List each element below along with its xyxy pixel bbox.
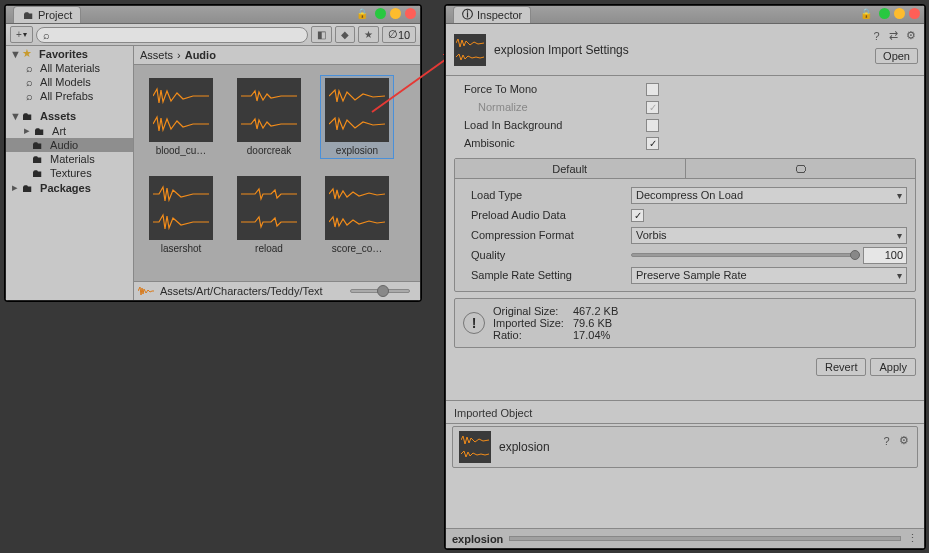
asset-item[interactable]: explosion [320,75,394,159]
waveform-icon [138,285,154,297]
load-in-bg-checkbox[interactable] [646,119,659,132]
inspector-title: explosion Import Settings [494,43,629,57]
thumbnail-size-slider[interactable] [350,289,410,293]
load-type-dropdown[interactable]: Decompress On Load [631,187,907,204]
status-path-text: Assets/Art/Characters/Teddy/Text [160,285,323,297]
filter-label-button[interactable]: ◆ [335,26,355,43]
gear-icon[interactable]: ⚙ [896,433,911,448]
search-icon: ⌕ [26,62,33,74]
asset-name: blood_cu… [149,145,213,156]
asset-item[interactable]: doorcreak [232,75,306,159]
chevron-right-icon: › [177,49,181,61]
quality-slider[interactable] [631,253,857,257]
asset-item[interactable]: blood_cu… [144,75,218,159]
folder-icon: 🖿 [22,9,34,21]
ambisonic-checkbox[interactable]: ✓ [646,137,659,150]
info-icon: ⓘ [462,7,473,22]
crumb-assets[interactable]: Assets [140,49,173,61]
asset-thumbnail [325,78,389,142]
asset-thumbnail [454,34,486,66]
imported-object-panel: explosion ? ⚙ [452,426,918,468]
sample-rate-dropdown[interactable]: Preserve Sample Rate [631,267,907,284]
preload-checkbox[interactable]: ✓ [631,209,644,222]
asset-item[interactable]: score_co… [320,173,394,257]
fav-all-models[interactable]: ⌕ All Models [6,75,133,89]
close-button[interactable] [909,8,920,19]
folder-icon: 🖿 [22,110,33,122]
platform-tab-standalone[interactable]: 🖵 [686,159,916,178]
project-tab[interactable]: 🖿 Project [13,6,81,23]
packages-group[interactable]: ▸🖿 Packages [6,180,133,195]
inspector-window: ⓘ Inspector 🔒 explosion Import Settings … [445,5,925,549]
status-path: Assets/Art/Characters/Teddy/Text [134,281,420,300]
lock-icon[interactable]: 🔒 [356,8,368,19]
minimize-button[interactable] [390,8,401,19]
apply-button[interactable]: Apply [870,358,916,376]
imported-size-label: Imported Size: [493,317,573,329]
fav-all-materials[interactable]: ⌕ All Materials [6,61,133,75]
project-search[interactable]: ⌕ [36,27,308,43]
normalize-checkbox[interactable]: ✓ [646,101,659,114]
folder-art[interactable]: ▸🖿 Art [6,123,133,138]
project-tree[interactable]: ▼★ Favorites ⌕ All Materials ⌕ All Model… [6,46,134,300]
asset-item[interactable]: lasershot [144,173,218,257]
folder-materials[interactable]: 🖿 Materials [6,152,133,166]
hidden-toggle[interactable]: ∅10 [382,26,416,43]
folder-audio[interactable]: 🖿 Audio [6,138,133,152]
maximize-button[interactable] [375,8,386,19]
open-button[interactable]: Open [875,48,918,64]
inspector-footer: explosion ⋮ [446,528,924,548]
close-button[interactable] [405,8,416,19]
import-properties: Force To Mono Normalize✓ Load In Backgro… [446,76,924,152]
imported-thumbnail [459,431,491,463]
original-size-value: 467.2 KB [573,305,618,317]
maximize-button[interactable] [879,8,890,19]
asset-thumbnail [149,176,213,240]
asset-name: score_co… [325,243,389,254]
minimize-button[interactable] [894,8,905,19]
project-tab-label: Project [38,9,72,21]
footer-name: explosion [452,533,503,545]
create-button[interactable]: +▾ [10,26,33,43]
folder-icon: 🖿 [32,139,43,151]
inspector-titlebar[interactable]: ⓘ Inspector 🔒 [446,6,924,24]
breadcrumb[interactable]: Assets › Audio [134,46,420,65]
filter-type-button[interactable]: ◧ [311,26,332,43]
asset-thumbnail [237,78,301,142]
lock-icon[interactable]: 🔒 [860,8,872,19]
favorite-button[interactable]: ★ [358,26,379,43]
quality-value[interactable]: 100 [863,247,907,264]
asset-grid[interactable]: blood_cu… doorcreak explosion lasershot … [134,65,420,281]
project-window: 🖿 Project 🔒 +▾ ⌕ ◧ ◆ ★ ∅10 ▼★ Favorites … [5,5,421,301]
fav-all-prefabs[interactable]: ⌕ All Prefabs [6,89,133,103]
favorites-label: Favorites [39,48,88,60]
ratio-label: Ratio: [493,329,573,341]
favorites-group[interactable]: ▼★ Favorites [6,46,133,61]
project-titlebar[interactable]: 🖿 Project 🔒 [6,6,420,24]
platform-panel: Default 🖵 Load TypeDecompress On Load Pr… [454,158,916,292]
assets-group[interactable]: ▼🖿 Assets [6,109,133,123]
menu-icon[interactable]: ⋮ [907,532,918,545]
imported-object-label: Imported Object [446,403,924,421]
asset-thumbnail [149,78,213,142]
inspector-tab[interactable]: ⓘ Inspector [453,6,531,23]
asset-thumbnail [325,176,389,240]
asset-name: reload [237,243,301,254]
inspector-header: explosion Import Settings ? ⇄ ⚙ Open [446,24,924,76]
info-icon: ! [463,312,485,334]
force-to-mono-checkbox[interactable] [646,83,659,96]
compression-dropdown[interactable]: Vorbis [631,227,907,244]
asset-thumbnail [237,176,301,240]
preview-bar[interactable] [509,536,901,541]
asset-name: explosion [325,145,389,156]
menu-icon[interactable]: ⚙ [903,28,918,43]
help-icon[interactable]: ? [879,433,894,448]
help-icon[interactable]: ? [869,28,884,43]
platform-tab-default[interactable]: Default [455,159,686,178]
preset-icon[interactable]: ⇄ [886,28,901,43]
asset-item[interactable]: reload [232,173,306,257]
folder-icon: 🖿 [22,182,33,194]
revert-button[interactable]: Revert [816,358,866,376]
crumb-audio[interactable]: Audio [185,49,216,61]
folder-textures[interactable]: 🖿 Textures [6,166,133,180]
